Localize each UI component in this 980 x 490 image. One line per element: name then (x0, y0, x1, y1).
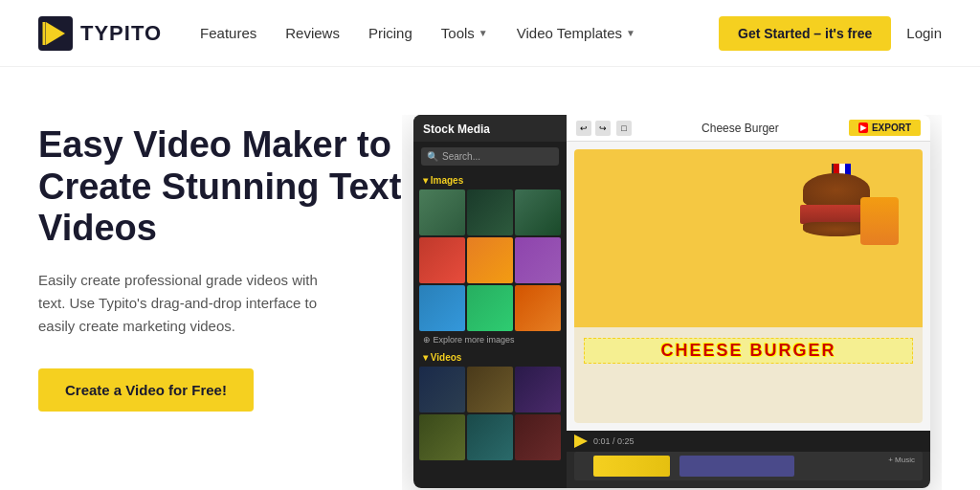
videos-section-label: ▾ Videos (413, 348, 567, 367)
timeline-controls: 0:01 / 0:25 (567, 431, 930, 452)
hero-title: Easy Video Maker to Create Stunning Text… (38, 124, 402, 250)
login-button[interactable]: Login (906, 25, 942, 41)
image-thumb-2[interactable] (467, 189, 513, 235)
topbar-left: ↩ ↪ □ (576, 121, 632, 136)
app-screenshot: Stock Media 🔍 Search... ▾ Images (413, 115, 930, 488)
zoom-button[interactable]: □ (616, 121, 632, 136)
burger-image (789, 159, 903, 274)
images-section-label: ▾ Images (413, 171, 567, 189)
tools-dropdown-arrow: ▼ (479, 28, 488, 38)
explore-more-images[interactable]: ⊕ Explore more images (413, 331, 567, 348)
stock-media-title: Stock Media (413, 115, 567, 142)
image-thumb-3[interactable] (515, 189, 561, 235)
nav-links: Features Reviews Pricing Tools ▼ Video T… (200, 25, 719, 41)
video-thumb-1[interactable] (419, 367, 465, 412)
video-thumb-3[interactable] (515, 367, 561, 412)
timeline-track[interactable]: + Music (574, 452, 923, 480)
undo-button[interactable]: ↩ (576, 121, 591, 136)
youtube-icon: ▶ (858, 122, 868, 133)
logo[interactable]: TYPITO (38, 16, 162, 51)
video-thumb-4[interactable] (419, 414, 465, 460)
image-thumb-4[interactable] (419, 237, 465, 283)
search-icon: 🔍 (427, 151, 438, 162)
nav-features[interactable]: Features (200, 25, 256, 41)
image-thumb-8[interactable] (467, 285, 513, 331)
image-thumb-7[interactable] (419, 285, 465, 331)
templates-dropdown-arrow: ▼ (626, 28, 635, 38)
hero-cta-button[interactable]: Create a Video for Free! (38, 368, 254, 412)
fries-image (860, 197, 899, 245)
video-grid (413, 367, 567, 460)
video-thumb-5[interactable] (467, 414, 513, 460)
nav-video-templates[interactable]: Video Templates ▼ (517, 25, 635, 41)
hero-right: Stock Media 🔍 Search... ▾ Images (402, 115, 942, 490)
navbar: TYPITO Features Reviews Pricing Tools ▼ … (0, 0, 980, 67)
nav-tools[interactable]: Tools ▼ (441, 25, 488, 41)
video-thumb-2[interactable] (467, 367, 513, 412)
undo-redo-group: ↩ ↪ (576, 121, 611, 136)
hero-left: Easy Video Maker to Create Stunning Text… (38, 115, 402, 412)
video-thumb-6[interactable] (515, 414, 561, 460)
cheese-burger-overlay[interactable]: CHEESE BURGER (584, 338, 913, 364)
hero-subtitle: Easily create professional grade videos … (38, 269, 345, 338)
editor-topbar: ↩ ↪ □ Cheese Burger ▶ EXPORT (567, 115, 930, 142)
image-grid (413, 189, 567, 331)
hero-section: Easy Video Maker to Create Stunning Text… (0, 67, 980, 490)
music-label: + Music (888, 456, 915, 464)
image-thumb-5[interactable] (467, 237, 513, 283)
nav-reviews[interactable]: Reviews (285, 25, 340, 41)
timeline: 0:01 / 0:25 + Music (567, 431, 930, 488)
image-thumb-1[interactable] (419, 189, 465, 235)
timeline-time: 0:01 / 0:25 (593, 436, 635, 446)
timeline-clip-1[interactable] (593, 456, 670, 477)
project-title: Cheese Burger (702, 122, 779, 135)
logo-text: TYPITO (80, 21, 162, 46)
image-thumb-6[interactable] (515, 237, 561, 283)
timeline-clip-2[interactable] (679, 456, 794, 477)
play-button[interactable] (574, 434, 588, 448)
image-thumb-9[interactable] (515, 285, 561, 331)
canvas-background: CHEESE BURGER (574, 149, 923, 423)
video-canvas[interactable]: CHEESE BURGER (574, 149, 923, 423)
editor-panel: ↩ ↪ □ Cheese Burger ▶ EXPORT (567, 115, 930, 488)
stock-media-search[interactable]: 🔍 Search... (421, 147, 559, 166)
export-button[interactable]: ▶ EXPORT (849, 120, 921, 136)
nav-actions: Get Started – it's free Login (719, 16, 942, 51)
stock-media-panel: Stock Media 🔍 Search... ▾ Images (413, 115, 567, 488)
nav-pricing[interactable]: Pricing (368, 25, 412, 41)
get-started-button[interactable]: Get Started – it's free (719, 16, 891, 51)
redo-button[interactable]: ↪ (595, 121, 611, 136)
logo-icon (38, 16, 73, 51)
